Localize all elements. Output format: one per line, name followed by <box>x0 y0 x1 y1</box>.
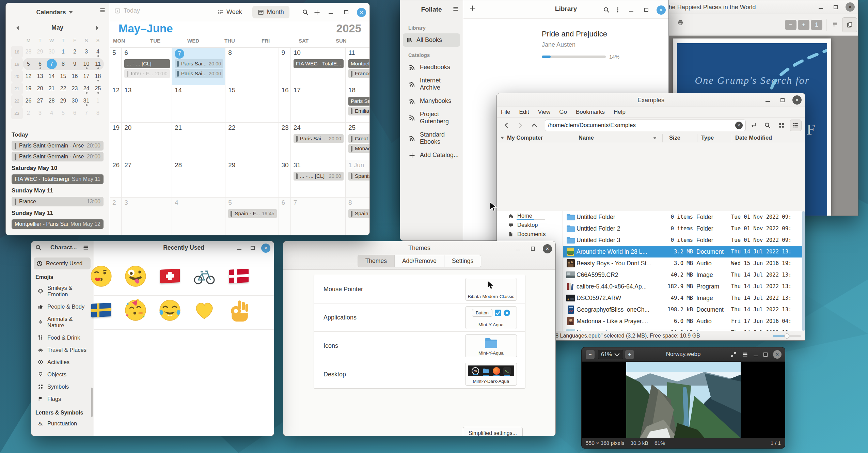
month-day-cell[interactable]: 8 <box>225 48 279 85</box>
month-day-cell[interactable]: 31... - ... [CL]20:00 <box>291 160 346 198</box>
calendar-event[interactable]: Paris Sai...20:00 <box>294 134 344 143</box>
calendar-event[interactable]: FIA WEC - TotalE... <box>294 59 344 68</box>
file-row[interactable]: Around the World in 28 L...3.2 MBDocumen… <box>563 246 805 257</box>
month-day-cell[interactable]: 14 <box>172 85 225 123</box>
calendar-maximize-button[interactable] <box>341 7 351 17</box>
file-row[interactable]: Untitled Folder 30 itemsFolderTue 01 Nov… <box>563 234 805 246</box>
sidebar-item-people-body[interactable]: People & Body <box>31 300 93 313</box>
mini-day[interactable]: 2 <box>23 107 34 119</box>
menu-help[interactable]: Help <box>614 109 626 115</box>
mini-day[interactable]: 2 <box>69 46 81 58</box>
mini-day[interactable]: 12 <box>23 70 34 82</box>
month-day-cell[interactable]: 1 JunSpanish GP14:00 <box>346 160 370 198</box>
file-row[interactable]: DSC05972.ARW49.4 MBImageThu 14 Jul 2022 … <box>563 292 805 304</box>
mini-day[interactable]: 15 <box>58 70 69 82</box>
xreader-close-button[interactable]: × <box>846 2 855 12</box>
month-day-cell[interactable]: 12 <box>110 85 122 123</box>
column-type[interactable]: Type <box>701 135 714 141</box>
mini-day[interactable]: 8 <box>58 58 69 70</box>
mini-day[interactable]: 5 <box>58 107 69 119</box>
month-day-cell[interactable]: 20 <box>122 123 172 160</box>
month-day-cell[interactable]: 22 <box>225 123 279 160</box>
mini-day[interactable]: 6 <box>69 107 81 119</box>
month-day-cell[interactable]: 5 <box>110 48 122 85</box>
forward-button[interactable] <box>514 120 526 131</box>
month-day-cell[interactable]: 16 <box>279 85 291 123</box>
foliate-maximize-button[interactable] <box>641 5 651 15</box>
month-day-cell[interactable]: 19 <box>110 123 122 160</box>
viewer-close-button[interactable]: × <box>773 350 782 359</box>
file-manager-close-button[interactable]: × <box>792 95 802 105</box>
mini-day[interactable]: 6 <box>34 58 46 70</box>
mini-day[interactable]: 27 <box>34 95 46 107</box>
themes-close-button[interactable]: × <box>543 244 552 253</box>
file-row[interactable]: Madonna - Like a Prayer....6.0 MBAudioFr… <box>563 315 805 327</box>
xreader-zoom-out-button[interactable]: − <box>785 20 796 30</box>
book-list-item[interactable]: Pride and Prejudice Jane Austen 14% <box>542 30 619 60</box>
agenda-event[interactable]: FIA WEC - TotalEnergies 6 Hours o...Sun … <box>12 174 104 184</box>
catalog-item[interactable]: Feedbooks <box>400 61 463 74</box>
search-icon[interactable] <box>302 9 309 15</box>
emoji-ok-hand[interactable] <box>226 298 251 323</box>
mini-day[interactable]: 1 <box>58 46 69 58</box>
search-icon[interactable] <box>762 120 774 131</box>
month-day-cell[interactable]: 18Paris Saint-Germ...Emilia R...14:00 <box>346 85 370 123</box>
image-viewer-titlebar[interactable]: − 61% + Norway.webp × <box>582 347 785 362</box>
month-day-cell[interactable]: 13 <box>122 85 172 123</box>
mini-day[interactable]: 13 <box>34 70 46 82</box>
mini-day[interactable]: 19 <box>23 82 34 95</box>
mini-day[interactable]: 7 <box>46 58 58 70</box>
sidebar-item-home[interactable]: Home <box>497 211 563 220</box>
week-view-button[interactable]: Week <box>212 6 248 18</box>
mini-day[interactable]: 29 <box>34 46 46 58</box>
emoji-yellow-heart[interactable] <box>192 298 217 323</box>
month-day-cell[interactable]: 6... - ... [CL]Inter - F...20:00 <box>122 48 172 85</box>
mini-day[interactable]: 9 <box>69 58 81 70</box>
clear-location-icon[interactable]: × <box>735 122 743 129</box>
calendar-event[interactable]: Montpellier - Pa... <box>348 59 370 68</box>
emoji-bicycle[interactable] <box>192 264 217 288</box>
calendar-event[interactable]: Emilia R...14:00 <box>348 107 370 115</box>
location-bar[interactable]: /home/clem/Documents/Examples × <box>545 120 746 131</box>
mini-day[interactable]: 10 <box>81 58 92 70</box>
mini-day[interactable]: 20 <box>34 82 46 95</box>
up-button[interactable] <box>528 120 540 131</box>
mini-day[interactable]: 28 <box>46 95 58 107</box>
calendar-close-button[interactable]: × <box>357 8 366 17</box>
file-manager-maximize-button[interactable] <box>777 95 788 105</box>
emoji-flag-sweden[interactable] <box>89 298 113 323</box>
catalog-item[interactable]: Internet Archive <box>400 74 463 94</box>
sidebar-item-desktop[interactable]: Desktop <box>497 220 563 230</box>
mini-day[interactable]: 23 <box>69 82 81 95</box>
month-day-cell[interactable]: 5Spain - F...19:45 <box>225 198 279 235</box>
characters-close-button[interactable]: × <box>261 244 270 253</box>
mini-day[interactable]: 22 <box>58 82 69 95</box>
month-day-cell[interactable]: 7Paris Sai...20:00Paris Sai...20:00 <box>172 48 225 85</box>
xreader-minimize-button[interactable] <box>816 2 826 12</box>
sidebar-item-punctuation[interactable]: &Punctuation <box>31 417 93 430</box>
emoji-face-blowing-a-kiss[interactable] <box>89 264 113 288</box>
sidebar-item-flags[interactable]: Flags <box>31 393 93 405</box>
search-icon[interactable] <box>35 245 42 251</box>
emoji-face-with-tears-of-joy[interactable] <box>158 298 182 323</box>
sidebar-scrollbar[interactable] <box>91 388 93 417</box>
file-row[interactable]: GeographyofBliss_oneCh...198.2 kBDocumen… <box>563 304 805 315</box>
themes-maximize-button[interactable] <box>528 244 538 254</box>
icon-view-icon[interactable] <box>776 120 788 131</box>
month-day-cell[interactable]: 21 <box>172 123 225 160</box>
theme-mouse-pointer-selector[interactable]: Bibata-Modern-Classic <box>465 278 517 301</box>
file-row[interactable]: Untitled Folder0 itemsFolderTue 01 Nov 2… <box>563 211 805 223</box>
list-view-icon[interactable] <box>790 120 802 131</box>
continuous-view-icon[interactable] <box>832 21 838 27</box>
column-name[interactable]: Name <box>579 135 594 141</box>
mini-day[interactable]: 17 <box>81 70 92 82</box>
catalog-item[interactable]: Project Gutenberg <box>400 108 463 128</box>
menu-icon[interactable] <box>742 352 748 358</box>
menu-bookmarks[interactable]: Bookmarks <box>576 109 605 115</box>
menu-go[interactable]: Go <box>559 109 567 115</box>
mini-day[interactable]: 14 <box>46 70 58 82</box>
calendar-event[interactable]: Paris Sai...20:00 <box>175 59 223 68</box>
mini-day[interactable]: 21 <box>46 82 58 95</box>
themes-titlebar[interactable]: Themes × ThemesAdd/RemoveSettings <box>283 241 555 270</box>
sidebar-item-animals-nature[interactable]: Animals & Nature <box>31 313 93 331</box>
